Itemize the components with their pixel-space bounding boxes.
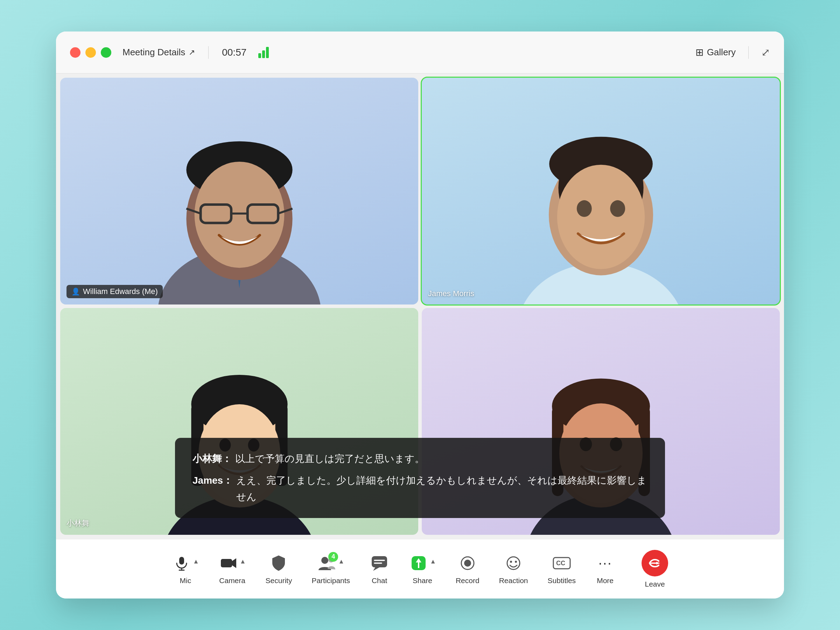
svg-point-44 bbox=[321, 557, 328, 564]
mic-icon-wrap: ▲ bbox=[172, 553, 199, 573]
camera-label: Camera bbox=[219, 576, 245, 585]
subtitles-icon-wrap: CC bbox=[552, 553, 572, 573]
toolbar: ▲ Mic ▲ Camera bbox=[56, 539, 784, 598]
subtitles-tool[interactable]: CC Subtitles bbox=[538, 553, 586, 585]
participants-icon: 4 bbox=[317, 553, 337, 573]
leave-button[interactable] bbox=[641, 550, 668, 576]
name-tag-james: James Morris bbox=[428, 289, 474, 298]
timer-display: 00:57 bbox=[222, 47, 246, 58]
fullscreen-button[interactable]: ⤢ bbox=[761, 46, 770, 58]
svg-point-18 bbox=[557, 165, 644, 269]
caption-line-2: James： ええ、完了しました。少し詳細を付け加えるかもしれませんが、それは最… bbox=[193, 472, 647, 505]
titlebar: Meeting Details ↗ 00:57 ⊞ Gallery ⤢ bbox=[56, 32, 784, 74]
leave-label: Leave bbox=[645, 580, 665, 588]
svg-marker-47 bbox=[373, 567, 379, 571]
signal-icon bbox=[258, 47, 269, 58]
record-icon-wrap bbox=[458, 553, 477, 573]
gallery-button[interactable]: ⊞ Gallery bbox=[695, 47, 736, 58]
caption-text-1: 以上で予算の見直しは完了だと思います。 bbox=[235, 450, 425, 467]
subtitles-icon: CC bbox=[552, 553, 572, 573]
more-label: More bbox=[597, 576, 614, 585]
close-button[interactable] bbox=[70, 47, 81, 58]
participants-label: Participants bbox=[311, 576, 350, 585]
meeting-details-text: Meeting Details bbox=[123, 47, 185, 58]
chat-tool[interactable]: Chat bbox=[360, 553, 399, 585]
subtitles-label: Subtitles bbox=[548, 576, 576, 585]
security-icon-wrap bbox=[269, 553, 288, 573]
window-controls bbox=[70, 47, 111, 58]
camera-tool[interactable]: ▲ Camera bbox=[209, 553, 256, 585]
meeting-details-label[interactable]: Meeting Details ↗ bbox=[123, 47, 195, 58]
svg-point-19 bbox=[576, 200, 592, 217]
divider-1 bbox=[208, 46, 208, 59]
person-avatar-william bbox=[114, 101, 364, 305]
share-icon bbox=[409, 553, 428, 573]
mic-tool[interactable]: ▲ Mic bbox=[162, 553, 209, 585]
svg-point-55 bbox=[510, 561, 512, 563]
svg-rect-42 bbox=[221, 559, 232, 567]
chat-icon-wrap bbox=[369, 553, 389, 573]
more-icon-wrap: ··· bbox=[595, 553, 615, 573]
svg-rect-39 bbox=[179, 557, 184, 565]
svg-point-53 bbox=[464, 560, 471, 567]
maximize-button[interactable] bbox=[101, 47, 111, 58]
reaction-tool[interactable]: Reaction bbox=[489, 553, 538, 585]
mic-label: Mic bbox=[180, 576, 191, 585]
video-grid: 👤 William Edwards (Me) bbox=[56, 74, 784, 539]
participant-name-kobayashi: 小林舞 bbox=[66, 519, 90, 527]
svg-text:CC: CC bbox=[556, 560, 565, 567]
record-tool[interactable]: Record bbox=[446, 553, 489, 585]
participant-name-william: William Edwards (Me) bbox=[83, 287, 158, 296]
security-tool[interactable]: Security bbox=[256, 553, 302, 585]
user-icon: 👤 bbox=[71, 287, 80, 296]
svg-marker-43 bbox=[232, 558, 236, 568]
main-window: Meeting Details ↗ 00:57 ⊞ Gallery ⤢ bbox=[56, 32, 784, 598]
participants-badge: 4 bbox=[328, 552, 338, 562]
signal-bar-3 bbox=[266, 47, 269, 58]
record-label: Record bbox=[456, 576, 480, 585]
signal-bar-1 bbox=[258, 53, 261, 58]
share-caret: ▲ bbox=[430, 558, 436, 565]
share-icon-wrap: ▲ bbox=[409, 553, 436, 573]
camera-caret: ▲ bbox=[240, 558, 246, 565]
participants-tool[interactable]: 4 ▲ Participants bbox=[302, 553, 360, 585]
caption-speaker-1: 小林舞： bbox=[193, 450, 232, 467]
reaction-icon bbox=[504, 553, 523, 573]
titlebar-right: ⊞ Gallery ⤢ bbox=[695, 46, 770, 59]
gallery-label: Gallery bbox=[707, 47, 736, 58]
participants-icon-wrap: 4 ▲ bbox=[317, 553, 344, 573]
security-icon bbox=[269, 553, 288, 573]
reaction-label: Reaction bbox=[499, 576, 528, 585]
mic-caret: ▲ bbox=[193, 558, 199, 565]
mic-icon bbox=[172, 553, 191, 573]
video-cell-james[interactable]: James Morris bbox=[422, 78, 780, 305]
more-tool[interactable]: ··· More bbox=[586, 553, 625, 585]
caption-overlay: 小林舞： 以上で予算の見直しは完了だと思います。 James： ええ、完了しまし… bbox=[175, 438, 665, 518]
svg-rect-46 bbox=[372, 556, 387, 567]
video-cell-william[interactable]: 👤 William Edwards (Me) bbox=[60, 78, 418, 305]
camera-icon bbox=[219, 553, 238, 573]
camera-icon-wrap: ▲ bbox=[219, 553, 246, 573]
caption-text-2: ええ、完了しました。少し詳細を付け加えるかもしれませんが、それは最終結果に影響し… bbox=[236, 472, 647, 505]
share-icon: ↗ bbox=[189, 48, 195, 57]
caption-speaker-2: James： bbox=[193, 472, 233, 505]
person-avatar-james bbox=[475, 96, 726, 305]
leave-tool[interactable]: Leave bbox=[632, 550, 678, 588]
signal-bar-2 bbox=[262, 51, 265, 58]
minimize-button[interactable] bbox=[85, 47, 96, 58]
svg-point-20 bbox=[610, 200, 625, 217]
participant-name-james: James Morris bbox=[428, 289, 474, 298]
name-tag-kobayashi: 小林舞 bbox=[66, 518, 90, 529]
participants-caret: ▲ bbox=[338, 558, 344, 565]
more-icon: ··· bbox=[595, 553, 615, 573]
name-tag-william: 👤 William Edwards (Me) bbox=[66, 285, 163, 298]
caption-line-1: 小林舞： 以上で予算の見直しは完了だと思います。 bbox=[193, 450, 647, 467]
share-label: Share bbox=[413, 576, 432, 585]
chat-icon bbox=[369, 553, 389, 573]
share-tool[interactable]: ▲ Share bbox=[399, 553, 446, 585]
svg-point-54 bbox=[507, 557, 520, 570]
title-center: Meeting Details ↗ 00:57 bbox=[123, 46, 269, 59]
gallery-grid-icon: ⊞ bbox=[695, 47, 704, 58]
security-label: Security bbox=[266, 576, 292, 585]
svg-point-56 bbox=[515, 561, 517, 563]
